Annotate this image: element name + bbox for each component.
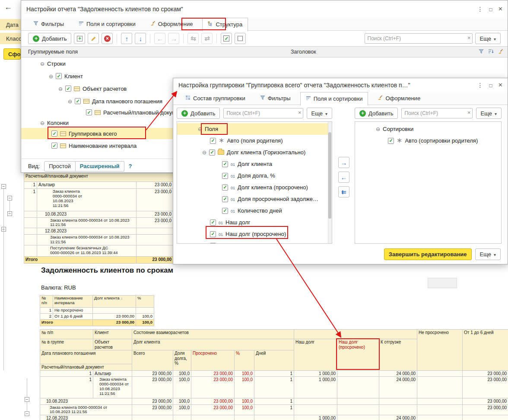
uncheck-all-button[interactable] (235, 33, 246, 44)
checkbox[interactable] (388, 138, 394, 144)
move-to-available-button[interactable]: ← (338, 172, 349, 183)
list-item-days-count[interactable]: Количество дней (177, 205, 332, 216)
collapse-icon[interactable] (376, 126, 380, 132)
list-item-our-debt-overdue[interactable]: Наш долг (просрочено) (177, 228, 332, 240)
view-extended-button[interactable]: Расширенный (76, 161, 124, 172)
move-all-to-available-button[interactable]: ⇇ (338, 186, 349, 197)
move-right-button[interactable]: → (168, 33, 179, 44)
checkbox[interactable] (210, 243, 216, 244)
tab-filters[interactable]: Фильтры (28, 18, 69, 31)
checkbox[interactable] (51, 143, 57, 149)
list-item-debt-share[interactable]: Доля долга, % (177, 170, 332, 181)
sorting-root-row[interactable]: Сортировки (355, 123, 501, 135)
maximize-icon[interactable] (489, 82, 492, 89)
checkbox[interactable] (75, 98, 81, 104)
collapse-icon[interactable] (198, 126, 202, 132)
list-item-our-debt[interactable]: Наш долг (177, 216, 332, 228)
check-all-button[interactable] (221, 33, 232, 44)
tab-filters[interactable]: Фильтры (255, 92, 296, 105)
move-left-button[interactable]: ← (154, 33, 165, 44)
clear-search-icon[interactable] (467, 109, 471, 116)
ungroup-button[interactable]: ⇄ (201, 33, 213, 44)
checkbox[interactable] (222, 208, 228, 214)
move-up-button[interactable]: ↑ (121, 33, 132, 44)
column-grouping-fields[interactable]: Группируемые поля (21, 49, 78, 55)
window-menu-icon[interactable] (477, 6, 483, 13)
list-item-debt-group[interactable]: Долг клиента (Горизонтально) (177, 146, 332, 158)
header-filter-icon[interactable] (479, 49, 484, 55)
tab-grouping-content[interactable]: Состав группировки (180, 92, 251, 105)
edit-button[interactable] (88, 33, 99, 44)
list-item-auto[interactable]: Авто (поля родителя) (177, 135, 332, 146)
help-link[interactable]: ? (129, 163, 132, 169)
group-expander[interactable] (25, 397, 29, 402)
filter-icon (33, 21, 38, 27)
clear-search-icon[interactable] (298, 109, 302, 116)
scrollbar[interactable] (328, 122, 332, 243)
checkbox[interactable] (210, 138, 216, 144)
list-item-overdue-share[interactable]: Доля просроченной задолже… (177, 193, 332, 205)
checkbox[interactable] (222, 161, 228, 167)
checkbox[interactable] (222, 196, 228, 202)
move-down-button[interactable]: ↓ (135, 33, 146, 44)
more-button[interactable]: Еще (476, 108, 502, 119)
more-button[interactable]: Еще (475, 248, 501, 260)
checkbox[interactable] (51, 130, 57, 137)
collapse-icon[interactable] (40, 120, 44, 126)
checkbox[interactable] (222, 173, 228, 179)
finish-editing-button[interactable]: Завершить редактирование (384, 248, 472, 260)
list-item-client-debt[interactable]: Долг клиента (177, 158, 332, 170)
tab-fields-sorting[interactable]: Поля и сортировки (300, 92, 368, 106)
window-menu-icon[interactable] (477, 82, 483, 89)
tree-row-rows[interactable]: Строки (21, 58, 508, 69)
close-icon[interactable] (498, 81, 502, 89)
list-item-client-debt-overdue[interactable]: Долг клиента (просрочено) (177, 181, 332, 193)
collapse-icon[interactable] (40, 60, 44, 67)
group-button[interactable]: ⇆ (187, 33, 199, 44)
add-button[interactable]: Добавить (355, 108, 398, 119)
tab-structure[interactable]: Структура (202, 18, 248, 32)
more-button[interactable]: Еще (475, 33, 501, 44)
checkbox[interactable] (56, 73, 62, 79)
checkbox[interactable] (86, 109, 92, 115)
header-sort-icon[interactable] (488, 49, 494, 55)
collapse-icon[interactable] (202, 149, 206, 156)
scrollbar-thumb[interactable] (328, 132, 331, 219)
checkbox[interactable] (65, 86, 71, 92)
tab-fields-sorting[interactable]: Поля и сортировки (73, 18, 141, 31)
back-icon[interactable] (4, 3, 12, 12)
search-input[interactable] (223, 108, 303, 118)
move-to-selected-button[interactable]: → (338, 157, 349, 168)
fields-root-row[interactable]: Поля (177, 123, 332, 135)
maximize-icon[interactable] (489, 6, 492, 13)
header-brush-icon[interactable] (498, 49, 503, 55)
view-simple-button[interactable]: Простой (44, 161, 76, 172)
checkbox[interactable] (210, 220, 216, 226)
group-expander[interactable] (7, 196, 12, 200)
tab-appearance[interactable]: Оформление (372, 92, 425, 105)
collapse-icon[interactable] (49, 73, 53, 80)
sort-descending-icon[interactable] (121, 296, 123, 300)
more-button[interactable]: Еще (307, 108, 332, 119)
delete-button[interactable] (102, 33, 113, 44)
collapse-icon[interactable] (58, 86, 63, 92)
list-item-to-ship[interactable]: К отгрузке (177, 240, 332, 244)
generate-report-button[interactable]: Сфор (3, 48, 21, 60)
tab-appearance[interactable]: Оформление (145, 18, 198, 31)
search-input[interactable] (365, 33, 473, 44)
group-expander[interactable] (1, 184, 6, 189)
close-icon[interactable] (498, 5, 502, 13)
checkbox[interactable] (222, 185, 228, 191)
list-item-auto-sorting[interactable]: Авто (сортировки родителя) (355, 135, 501, 146)
cell: 100,0 (235, 404, 254, 415)
checkbox[interactable] (210, 231, 216, 237)
checkbox[interactable] (209, 150, 215, 156)
group-expander[interactable] (25, 411, 29, 416)
collapse-icon[interactable] (68, 98, 72, 105)
add-copy-button[interactable] (74, 33, 85, 44)
search-input[interactable] (401, 108, 472, 118)
add-button[interactable]: Добавить (177, 108, 220, 119)
clear-search-icon[interactable] (467, 35, 471, 41)
column-title[interactable]: Заголовок (291, 49, 316, 55)
add-button[interactable]: Добавить (28, 33, 71, 44)
